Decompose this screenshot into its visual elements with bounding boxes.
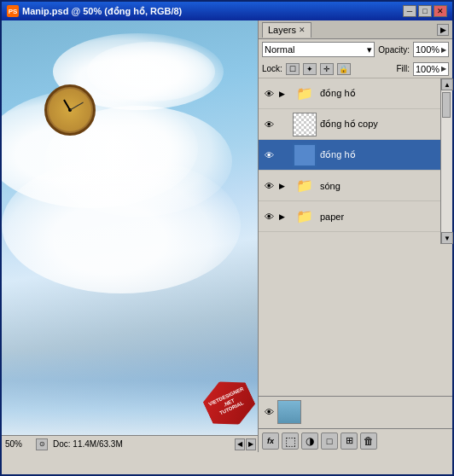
layer-effects-button[interactable]: fx bbox=[262, 432, 279, 450]
opacity-value: 100% bbox=[416, 44, 439, 55]
layer-group-button[interactable]: □ bbox=[321, 432, 338, 450]
cloud-5 bbox=[2, 157, 241, 293]
layers-toolbar: fx ⬚ ◑ □ ⊞ 🗑 bbox=[259, 428, 452, 452]
scroll-down-button[interactable]: ▼ bbox=[441, 232, 453, 244]
layer-visibility-eye[interactable]: 👁 bbox=[262, 87, 276, 101]
scrollbar-thumb[interactable] bbox=[442, 92, 451, 118]
layer-item[interactable]: 👁 ▶ 📁 đồng hồ bbox=[259, 78, 452, 109]
layers-bottom-peek: 👁 bbox=[259, 396, 452, 427]
canvas-status-bar: 50% ⊙ Doc: 11.4M/63.3M ◀ ▶ bbox=[2, 435, 259, 452]
layers-list: 👁 ▶ 📁 đồng hồ 👁 đồng hồ copy 👁 đồng hồ bbox=[259, 78, 452, 241]
layer-name: đồng hồ bbox=[320, 88, 449, 99]
clock-face bbox=[49, 89, 91, 131]
layer-mask-button[interactable]: ⬚ bbox=[282, 432, 299, 450]
layer-expand-arrow[interactable]: ▶ bbox=[279, 90, 289, 98]
lock-row: Lock: ☐ ✦ ✛ 🔒 Fill: 100% ▶ bbox=[259, 60, 452, 78]
scroll-right-button[interactable]: ▶ bbox=[246, 438, 256, 450]
layers-panel: Layers ✕ ▶ Normal ▾ Opacity: 100% ▶ Lock… bbox=[258, 20, 452, 452]
fill-label: Fill: bbox=[396, 64, 410, 73]
title-bar-left: PS Manip.psd @ 50% (đồng hồ, RGB/8) bbox=[7, 5, 182, 17]
lock-pixels-button[interactable]: ☐ bbox=[286, 63, 300, 75]
doc-info: Doc: 11.4M/63.3M bbox=[53, 439, 230, 449]
blend-mode-arrow: ▾ bbox=[367, 44, 372, 55]
title-bar: PS Manip.psd @ 50% (đồng hồ, RGB/8) ─ □ … bbox=[2, 2, 452, 20]
app-icon: PS bbox=[7, 5, 19, 17]
scroll-left-button[interactable]: ◀ bbox=[235, 438, 245, 450]
fill-value: 100% bbox=[416, 64, 439, 74]
layer-thumbnail bbox=[293, 143, 317, 167]
layers-tab-label: Layers bbox=[268, 25, 296, 35]
layers-tab-bar: Layers ✕ ▶ bbox=[259, 20, 452, 39]
layer-expand-arrow[interactable]: ▶ bbox=[279, 212, 289, 221]
layers-tab-close[interactable]: ✕ bbox=[299, 26, 306, 34]
layer-name: paper bbox=[320, 212, 449, 222]
layer-visibility-eye[interactable]: 👁 bbox=[262, 118, 276, 131]
window-title: Manip.psd @ 50% (đồng hồ, RGB/8) bbox=[22, 6, 182, 17]
layers-scrollbar: ▲ ▼ bbox=[440, 78, 452, 244]
lock-position-button[interactable]: ✦ bbox=[303, 63, 317, 75]
layer-visibility-eye[interactable]: 👁 bbox=[262, 179, 276, 193]
layer-expand-arrow[interactable]: ▶ bbox=[279, 182, 289, 190]
clock bbox=[44, 84, 96, 136]
scroll-up-button[interactable]: ▲ bbox=[441, 78, 453, 90]
opacity-label: Opacity: bbox=[378, 45, 410, 55]
delete-layer-button[interactable]: 🗑 bbox=[360, 432, 377, 450]
blend-mode-select[interactable]: Normal ▾ bbox=[262, 42, 375, 57]
window-controls: ─ □ ✕ bbox=[403, 5, 447, 17]
layer-name: sóng bbox=[320, 181, 449, 191]
new-layer-button[interactable]: ⊞ bbox=[340, 432, 358, 450]
minimize-button[interactable]: ─ bbox=[403, 5, 416, 17]
blend-mode-row: Normal ▾ Opacity: 100% ▶ bbox=[259, 39, 452, 60]
layer-name: đồng hồ copy bbox=[320, 119, 449, 130]
zoom-level: 50% bbox=[5, 439, 31, 449]
close-button[interactable]: ✕ bbox=[434, 5, 447, 17]
layer-item-selected[interactable]: 👁 đồng hồ bbox=[259, 140, 452, 171]
opacity-input[interactable]: 100% ▶ bbox=[413, 42, 449, 57]
layer-name: đồng hồ bbox=[320, 149, 449, 160]
clock-hand-minute bbox=[70, 102, 84, 111]
layer-visibility-eye[interactable]: 👁 bbox=[262, 210, 276, 223]
maximize-button[interactable]: □ bbox=[418, 5, 432, 17]
fill-input[interactable]: 100% ▶ bbox=[413, 62, 449, 76]
layer-thumbnail bbox=[293, 113, 317, 136]
layer-visibility-eye[interactable]: 👁 bbox=[262, 148, 276, 162]
layer-thumbnail: 📁 bbox=[293, 82, 317, 106]
layer-adjustment-button[interactable]: ◑ bbox=[301, 432, 318, 450]
lock-label: Lock: bbox=[262, 64, 282, 73]
blend-mode-value: Normal bbox=[265, 44, 294, 55]
fill-arrow: ▶ bbox=[441, 65, 446, 73]
layer-item[interactable]: 👁 ▶ 📁 sóng bbox=[259, 171, 452, 201]
scrollbar-track[interactable] bbox=[441, 90, 452, 232]
lock-all-button[interactable]: 🔒 bbox=[337, 63, 351, 75]
main-window: PS Manip.psd @ 50% (đồng hồ, RGB/8) ─ □ … bbox=[0, 0, 454, 476]
canvas-area: VIETDESIGNER .NET TUTORIAL 50% ⊙ Doc: 11… bbox=[2, 20, 259, 452]
status-icon[interactable]: ⊙ bbox=[36, 438, 48, 450]
layer-item[interactable]: 👁 đồng hồ copy bbox=[259, 109, 452, 140]
layer-peek-thumb bbox=[277, 400, 301, 424]
layers-panel-menu-button[interactable]: ▶ bbox=[437, 24, 449, 36]
layer-peek-eye[interactable]: 👁 bbox=[262, 405, 276, 419]
layers-tab[interactable]: Layers ✕ bbox=[262, 22, 311, 38]
layer-thumbnail: 📁 bbox=[293, 205, 317, 229]
opacity-arrow: ▶ bbox=[441, 46, 446, 54]
layer-item[interactable]: 👁 ▶ 📁 paper bbox=[259, 201, 452, 232]
layer-thumbnail: 📁 bbox=[293, 174, 317, 198]
scroll-arrows: ◀ ▶ bbox=[235, 438, 256, 450]
lock-transparent-button[interactable]: ✛ bbox=[320, 63, 334, 75]
